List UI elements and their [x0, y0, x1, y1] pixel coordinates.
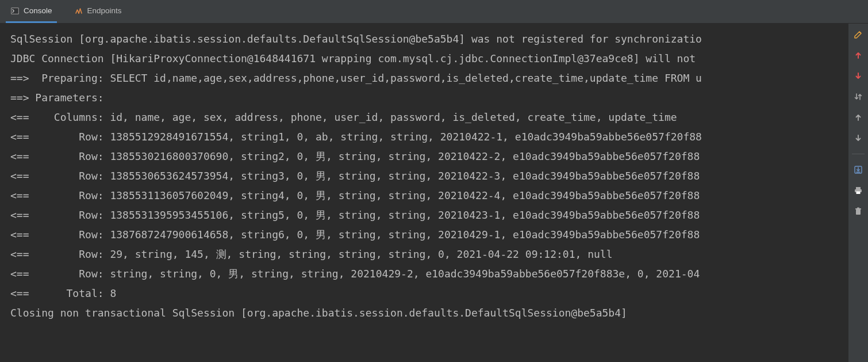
- clear-all-button[interactable]: [852, 205, 865, 218]
- console-line: SqlSession [org.apache.ibatis.session.de…: [10, 29, 848, 49]
- tool-window-body: SqlSession [org.apache.ibatis.session.de…: [0, 24, 868, 362]
- ide-tool-window: Console Endpoints SqlSession [org.apache…: [0, 0, 868, 362]
- console-line: Closing non transactional SqlSession [or…: [10, 303, 848, 323]
- console-line: ==> Preparing: SELECT id,name,age,sex,ad…: [10, 68, 848, 88]
- console-line: <== Row: 1385531395953455106, string5, 0…: [10, 205, 848, 225]
- toolbar-separator: [852, 154, 865, 154]
- console-text: SqlSession [org.apache.ibatis.session.de…: [0, 24, 848, 329]
- endpoints-icon: [74, 6, 83, 16]
- collapse-up-button[interactable]: [852, 111, 865, 124]
- console-line: JDBC Connection [HikariProxyConnection@1…: [10, 49, 848, 68]
- console-output[interactable]: SqlSession [org.apache.ibatis.session.de…: [0, 24, 848, 362]
- console-line: <== Row: 1385530653624573954, string3, 0…: [10, 166, 848, 186]
- tab-console-label: Console: [24, 6, 52, 15]
- svg-rect-8: [855, 208, 861, 209]
- use-soft-wraps-button[interactable]: [852, 90, 865, 103]
- console-line: <== Row: 1387687247900614658, string6, 0…: [10, 225, 848, 245]
- svg-rect-6: [857, 192, 861, 195]
- tab-endpoints-label: Endpoints: [87, 6, 122, 15]
- svg-rect-9: [857, 208, 859, 209]
- console-line: <== Total: 8: [10, 284, 848, 303]
- svg-rect-1: [11, 8, 18, 14]
- console-line: <== Row: 29, string, 145, 测, string, str…: [10, 245, 848, 264]
- svg-rect-7: [856, 209, 861, 215]
- tab-endpoints[interactable]: Endpoints: [70, 0, 126, 23]
- scroll-to-end-button[interactable]: [852, 163, 865, 176]
- tool-window-tabs: Console Endpoints: [0, 0, 868, 24]
- console-line: <== Columns: id, name, age, sex, address…: [10, 108, 848, 127]
- print-button[interactable]: [852, 184, 865, 197]
- console-side-toolbar: [848, 24, 868, 362]
- console-line: <== Row: 1385512928491671554, string1, 0…: [10, 127, 848, 147]
- collapse-down-button[interactable]: [852, 132, 865, 144]
- next-occurrence-button[interactable]: [852, 70, 865, 82]
- previous-occurrence-button[interactable]: [852, 49, 865, 62]
- console-line: ==> Parameters:: [10, 88, 848, 108]
- console-line: <== Row: 1385530216800370690, string2, 0…: [10, 147, 848, 166]
- console-icon: [10, 6, 20, 16]
- console-line: <== Row: string, string, 0, 男, string, s…: [10, 264, 848, 284]
- console-line: <== Row: 1385531136057602049, string4, 0…: [10, 186, 848, 205]
- tab-console[interactable]: Console: [6, 0, 57, 23]
- svg-rect-4: [856, 187, 861, 189]
- edit-source-button[interactable]: [852, 28, 865, 41]
